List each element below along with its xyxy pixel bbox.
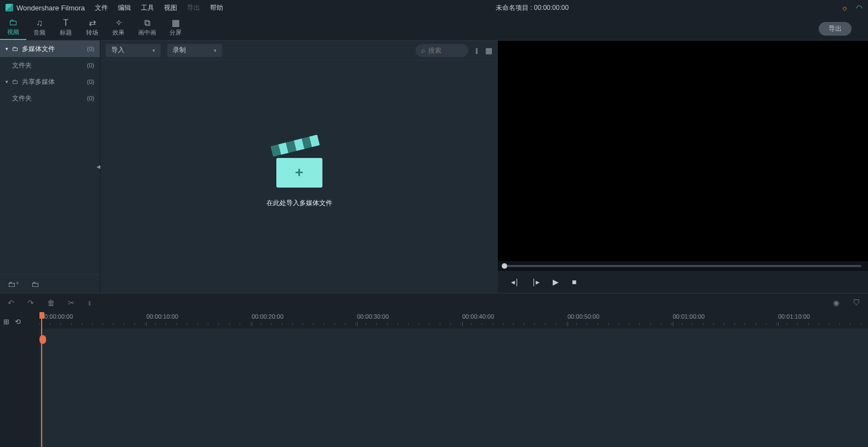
ruler-tick: 00:00:10:00 <box>146 313 178 320</box>
preview-panel: ◂∣ ∣▸ ▶ ■ <box>498 41 868 293</box>
media-tabs-bar: 🗀 视频 ♫ 音频 T 标题 ⇄ 转场 ✧ 效果 ⧉ 画中画 ▦ 分屏 导出 <box>0 15 868 41</box>
grid-view-icon[interactable]: ▦ <box>485 46 492 55</box>
timeline-zoom-icon[interactable]: ◉ <box>833 298 839 307</box>
record-dropdown[interactable]: 录制 ▾ <box>167 44 222 57</box>
redo-icon[interactable]: ↷ <box>27 298 34 307</box>
stop-button[interactable]: ■ <box>572 278 576 286</box>
main-menu: 文件 编辑 工具 视图 导出 帮助 <box>95 3 223 13</box>
app-logo: Wondershare Filmora <box>5 4 85 12</box>
ruler-tick: 00:00:00:00 <box>41 313 73 320</box>
export-button[interactable]: 导出 <box>819 22 852 36</box>
music-icon: ♫ <box>36 19 43 27</box>
timeline-ruler[interactable]: 00:00:00:00 00:00:10:00 00:00:20:00 00:0… <box>39 312 868 329</box>
media-drop-area[interactable]: + 在此处导入多媒体文件 <box>100 60 498 293</box>
tab-audio[interactable]: ♫ 音频 <box>26 15 53 40</box>
timeline-add-track-icon[interactable]: ⊞⟲ <box>0 315 39 327</box>
chevron-down-icon: ▾ <box>152 48 155 53</box>
ruler-tick: 00:00:50:00 <box>568 313 599 320</box>
plus-icon: + <box>295 164 303 181</box>
tab-video[interactable]: 🗀 视频 <box>0 15 26 40</box>
folder-icon: 🗀 <box>12 78 19 86</box>
sidebar-item-media-files[interactable]: ▾ 🗀 多媒体文件 (0) <box>0 41 100 57</box>
tab-title[interactable]: T 标题 <box>53 15 79 40</box>
timeline-ruler-area[interactable]: 00:00:00:00 00:00:10:00 00:00:20:00 00:0… <box>39 312 868 447</box>
main-content: ▾ 🗀 多媒体文件 (0) 文件夹 (0) ▾ 🗀 共享多媒体 (0) 文件夹 … <box>0 41 868 293</box>
ruler-tick: 00:00:30:00 <box>357 313 389 320</box>
effect-icon: ✧ <box>115 19 122 27</box>
menu-help[interactable]: 帮助 <box>210 3 223 13</box>
top-right-icons: ☼ ◠ <box>841 3 863 12</box>
ruler-tick: 00:00:20:00 <box>252 313 283 320</box>
sidebar-bottom-tools: 🗀⁺ 🗀 <box>0 274 100 293</box>
clapperboard-icon: + <box>276 146 322 188</box>
pip-icon: ⧉ <box>144 19 150 27</box>
sidebar-collapse-icon[interactable]: ◀ <box>97 164 100 169</box>
media-sidebar: ▾ 🗀 多媒体文件 (0) 文件夹 (0) ▾ 🗀 共享多媒体 (0) 文件夹 … <box>0 41 100 293</box>
timeline-side-tools: ⊞⟲ <box>0 312 39 447</box>
sidebar-item-folder-2[interactable]: 文件夹 (0) <box>0 90 100 106</box>
support-icon[interactable]: ◠ <box>856 3 863 12</box>
search-box[interactable]: ⌕ <box>416 44 468 57</box>
menu-bar: Wondershare Filmora 文件 编辑 工具 视图 导出 帮助 未命… <box>0 0 868 15</box>
marker-icon[interactable]: ⛉ <box>853 298 860 307</box>
tab-pip[interactable]: ⧉ 画中画 <box>132 15 162 40</box>
chevron-down-icon: ▾ <box>5 46 9 52</box>
tab-effect[interactable]: ✧ 效果 <box>105 15 132 40</box>
undo-icon[interactable]: ↶ <box>8 298 14 307</box>
folder-icon: 🗀 <box>12 45 19 53</box>
ruler-tick: 00:01:00:00 <box>673 313 705 320</box>
folder-icon: 🗀 <box>9 18 18 27</box>
import-hint-text: 在此处导入多媒体文件 <box>266 199 332 208</box>
prev-frame-button[interactable]: ◂∣ <box>511 278 519 286</box>
tab-transition[interactable]: ⇄ 转场 <box>79 15 105 40</box>
timeline-panel: ↶ ↷ 🗑 ✂ ⫾ ◉ ⛉ ⊞⟲ 00:00:00:00 00:00:10:00… <box>0 293 868 447</box>
new-folder-icon[interactable]: 🗀⁺ <box>8 280 19 288</box>
ruler-tick: 00:01:10:00 <box>778 313 810 320</box>
play-button[interactable]: ▶ <box>553 278 559 286</box>
media-toolbar: 导入 ▾ 录制 ▾ ⌕ ⫿ ▦ <box>100 41 498 60</box>
menu-view[interactable]: 视图 <box>164 3 177 13</box>
preview-slider[interactable] <box>498 261 868 271</box>
search-icon: ⌕ <box>421 47 425 54</box>
settings-sliders-icon[interactable]: ⫾ <box>88 298 92 307</box>
preview-controls: ◂∣ ∣▸ ▶ ■ <box>498 271 868 293</box>
app-name: Wondershare Filmora <box>16 4 85 12</box>
chevron-down-icon: ▾ <box>214 48 217 53</box>
sidebar-item-shared-media[interactable]: ▾ 🗀 共享多媒体 (0) <box>0 73 100 90</box>
filter-icon[interactable]: ⫿ <box>475 46 479 55</box>
menu-file[interactable]: 文件 <box>95 3 108 13</box>
folder-icon[interactable]: 🗀 <box>31 280 39 288</box>
sidebar-item-folder-1[interactable]: 文件夹 (0) <box>0 57 100 73</box>
text-icon: T <box>63 19 69 27</box>
next-frame-button[interactable]: ∣▸ <box>532 278 540 286</box>
delete-icon[interactable]: 🗑 <box>47 298 55 307</box>
menu-export[interactable]: 导出 <box>187 3 200 13</box>
cut-icon[interactable]: ✂ <box>68 298 75 307</box>
playhead[interactable] <box>41 312 42 447</box>
timeline-toolbar: ↶ ↷ 🗑 ✂ ⫾ ◉ ⛉ <box>0 293 868 312</box>
import-dropdown[interactable]: 导入 ▾ <box>106 44 161 57</box>
transition-icon: ⇄ <box>89 19 96 27</box>
filmora-logo-icon <box>5 4 13 12</box>
tab-split[interactable]: ▦ 分屏 <box>162 15 189 40</box>
tips-icon[interactable]: ☼ <box>841 3 848 12</box>
slider-thumb[interactable] <box>502 263 507 269</box>
chevron-down-icon: ▾ <box>5 79 9 84</box>
timeline-body: ⊞⟲ 00:00:00:00 00:00:10:00 00:00:20:00 0… <box>0 312 868 447</box>
menu-tools[interactable]: 工具 <box>141 3 154 13</box>
media-panel: 导入 ▾ 录制 ▾ ⌕ ⫿ ▦ + 在此处导入多媒体文件 <box>100 41 498 293</box>
menu-edit[interactable]: 编辑 <box>118 3 131 13</box>
preview-viewport[interactable] <box>498 41 868 261</box>
split-icon: ▦ <box>172 19 180 27</box>
project-title: 未命名项目 : 00:00:00:00 <box>233 3 831 13</box>
timeline-tracks[interactable] <box>39 329 868 447</box>
ruler-tick: 00:00:40:00 <box>462 313 494 320</box>
